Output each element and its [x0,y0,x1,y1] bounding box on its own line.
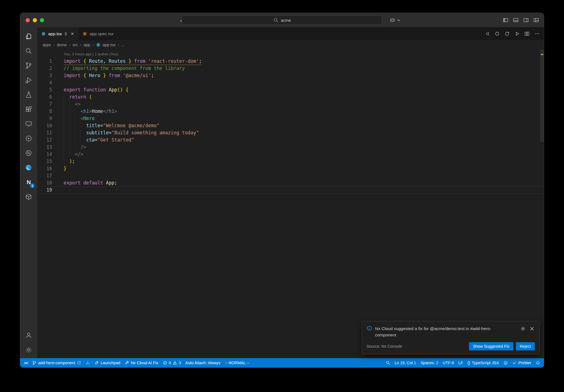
code-line[interactable]: 7 <> [37,100,544,108]
settings-gear-icon[interactable] [20,342,37,357]
nx-console-icon[interactable]: N 1 [20,175,37,189]
line-number[interactable]: 19 [37,186,52,194]
code-line[interactable]: 13 /> [37,143,544,151]
toggle-secondary-sidebar-icon[interactable] [523,17,529,23]
code-line[interactable]: 11 subtitle="Build something amazing tod… [37,129,544,136]
breadcrumb-item[interactable]: ... [121,43,124,47]
git-branch-item[interactable]: add-hero-component [30,358,84,368]
code-line[interactable]: 8 <h1>Home</h1> [37,108,544,115]
code-line[interactable]: 9 <Hero [37,115,544,122]
code-line[interactable]: 19 [37,186,544,194]
line-number[interactable]: 8 [37,108,52,115]
cursor-position-item[interactable]: Ln 19, Col 1 [392,358,418,368]
code-editor[interactable]: You, 3 hours ago | 1 author (You) 1impor… [37,50,544,358]
command-center-search[interactable]: acme [182,15,382,25]
indentation-item[interactable]: Spaces: 2 [418,358,441,368]
circle-outline-icon[interactable] [494,31,500,37]
run-file-icon[interactable] [514,31,520,37]
problems-item[interactable]: 0 3 [161,358,183,368]
breadcrumb-item[interactable]: app [84,43,90,47]
breadcrumb-item[interactable]: app.tsx [103,43,116,47]
scrollbar-thumb[interactable] [540,50,544,142]
vim-mode-item[interactable]: -- NORMAL -- [223,358,251,368]
line-number[interactable]: 7 [37,100,52,108]
code-line[interactable]: 2// importing the component from the lib… [37,65,544,72]
line-number[interactable]: 16 [37,165,52,172]
code-line[interactable]: 12 cta="Get Started" [37,136,544,143]
refresh-icon[interactable] [504,31,510,37]
code-line[interactable]: 1import { Route, Routes } from 'react-ro… [37,58,544,65]
notification-settings-gear-icon[interactable] [520,326,526,331]
line-number[interactable]: 9 [37,115,52,122]
line-number[interactable]: 6 [37,93,52,100]
remote-indicator[interactable]: >< [22,358,30,368]
explorer-icon[interactable] [20,29,37,43]
breadcrumb-item[interactable]: demo [57,43,67,47]
nx-cloud-fix-item[interactable]: Nx Cloud AI Fix [123,358,161,368]
toggle-panel-icon[interactable] [513,17,519,23]
code-line[interactable]: 15 ); [37,158,544,165]
open-changes-icon[interactable] [484,31,490,37]
tab-app-tsx[interactable]: app.tsx 3 ✕ [37,27,78,40]
line-number[interactable]: 1 [37,58,52,65]
eol-item[interactable]: LF [456,358,465,368]
zoom-window-button[interactable] [40,18,44,22]
source-control-icon[interactable] [20,58,37,73]
line-number[interactable]: 12 [37,136,52,143]
code-line[interactable]: 17 [37,172,544,179]
run-tasks-icon[interactable] [20,131,37,146]
account-icon[interactable] [20,328,37,342]
code-line[interactable]: 3import { Hero } from '@acme/ui'; [37,72,544,79]
package-icon[interactable] [20,189,37,204]
code-line[interactable]: 5export function App() { [37,86,544,93]
code-line[interactable]: 4 [37,79,544,86]
commit-graph-item[interactable] [83,358,92,368]
show-suggested-fix-button[interactable]: Show Suggested Fix [469,342,513,350]
scrollbar[interactable] [540,50,544,358]
statusbar-search-item[interactable] [384,358,392,368]
formatter-item[interactable]: Prettier [510,358,533,368]
line-number[interactable]: 2 [37,65,52,72]
language-mode-item[interactable]: {} TypeScript JSX [465,358,501,368]
launchpad-item[interactable]: Launchpad [92,358,123,368]
notification-close-icon[interactable] [529,326,535,331]
remote-explorer-icon[interactable] [20,116,37,131]
encoding-item[interactable]: UTF-8 [440,358,456,368]
line-number[interactable]: 10 [37,122,52,129]
line-number[interactable]: 14 [37,151,52,158]
tab-app-spec-tsx[interactable]: app.spec.tsx [78,27,118,40]
code-line[interactable]: 18export default App; [37,179,544,186]
code-line[interactable]: 10 title="Welcmoe @acme/demo" [37,122,544,129]
breadcrumb-item[interactable]: apps [42,43,51,47]
code-line[interactable]: 16} [37,165,544,172]
code-line[interactable]: 6 return ( [37,93,544,100]
more-actions-icon[interactable] [534,31,539,37]
edge-browser-icon[interactable] [20,160,37,175]
copilot-menu-button[interactable] [390,13,402,27]
close-window-button[interactable] [26,18,30,22]
toggle-primary-sidebar-icon[interactable] [503,17,508,23]
line-number[interactable]: 17 [37,172,52,179]
run-debug-icon[interactable] [20,73,37,87]
extensions-icon[interactable] [20,102,37,116]
line-number[interactable]: 15 [37,158,52,165]
notifications-bell-item[interactable] [533,358,542,368]
line-number[interactable]: 5 [37,86,52,93]
code-search-icon[interactable] [20,146,37,160]
reject-button[interactable]: Reject [516,342,535,350]
line-number[interactable]: 3 [37,72,52,79]
customize-layout-icon[interactable] [533,17,539,23]
split-editor-icon[interactable] [524,31,530,37]
search-sidebar-icon[interactable] [20,43,37,58]
auto-attach-item[interactable]: Auto Attach: Always [183,358,223,368]
copilot-status-item[interactable] [501,358,510,368]
breadcrumb-item[interactable]: src [72,43,78,47]
testing-icon[interactable] [20,87,37,102]
code-line[interactable]: 14 </> [37,151,544,158]
line-number[interactable]: 11 [37,129,52,136]
minimize-window-button[interactable] [33,18,37,22]
line-number[interactable]: 13 [37,143,52,151]
line-number[interactable]: 18 [37,179,52,186]
line-number[interactable]: 4 [37,79,52,86]
close-tab-icon[interactable]: ✕ [71,31,74,36]
